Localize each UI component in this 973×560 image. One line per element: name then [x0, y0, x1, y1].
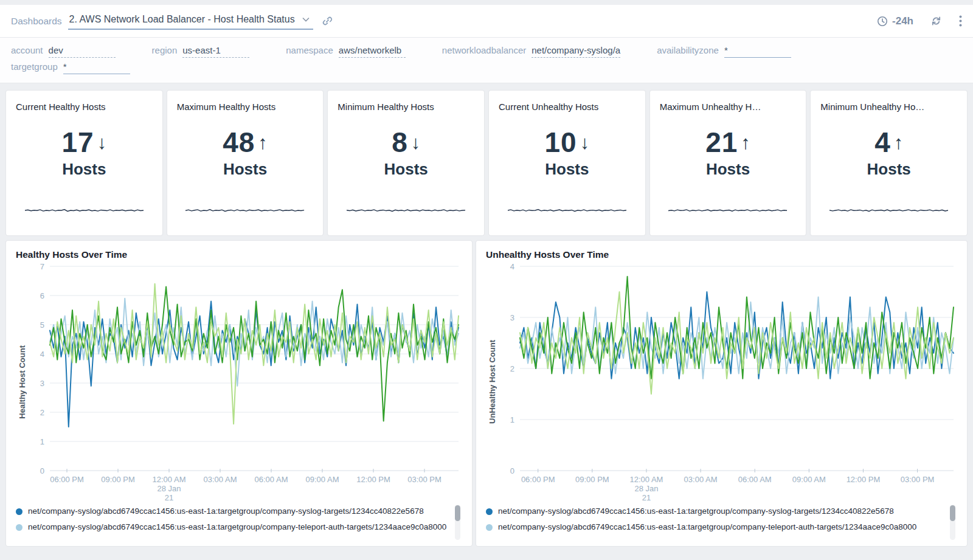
stat-maximum-healthy-hosts: Maximum Healthy Hosts 48↑ Hosts: [167, 91, 324, 235]
chart-legend: net/company-syslog/abcd6749ccac1456:us-e…: [486, 503, 958, 542]
svg-text:03:00 AM: 03:00 AM: [204, 475, 237, 484]
legend-item[interactable]: net/company-syslog/abcd6749ccac1456:us-e…: [486, 519, 945, 535]
stat-title: Minimum Healthy Hosts: [338, 102, 474, 112]
filter-account-value[interactable]: dev: [49, 45, 116, 58]
legend-dot: [16, 508, 23, 515]
svg-text:4: 4: [40, 350, 44, 359]
svg-text:21: 21: [165, 493, 173, 502]
stat-unit: Hosts: [6, 160, 162, 179]
legend-dot: [486, 524, 493, 531]
sparkline: [347, 206, 465, 215]
stat-maximum-unhealthy-hosts: Maximum Unhealthy H… 21↑ Hosts: [650, 91, 806, 235]
stat-value-block: 10↓ Hosts: [489, 126, 645, 179]
svg-text:0: 0: [40, 466, 44, 475]
topbar-actions: -24h: [877, 15, 962, 27]
kebab-menu-icon[interactable]: [959, 15, 962, 27]
filter-namespace-label: namespace: [286, 45, 333, 55]
svg-text:2: 2: [510, 364, 514, 373]
filter-targetgroup[interactable]: targetgroup *: [11, 61, 130, 74]
stat-current-unhealthy-hosts: Current Unhealthy Hosts 10↓ Hosts: [489, 91, 645, 235]
page-title: 2. AWS Network Load Balancer - Host Heal…: [69, 14, 295, 25]
filter-account[interactable]: account dev: [11, 45, 116, 58]
trend-down-icon: ↓: [580, 132, 590, 153]
dashboard-content: Current Healthy Hosts 17↓ Hosts Maximum …: [0, 83, 973, 546]
sparkline: [508, 206, 626, 215]
stat-value: 21: [705, 126, 738, 158]
panel-unhealthy-hosts-over-time: Unhealthy Hosts Over Time UnHealthy Host…: [476, 241, 967, 546]
share-link-icon[interactable]: [322, 15, 333, 27]
legend-label: net/company-syslog/abcd6749ccac1456:us-e…: [28, 519, 446, 535]
stat-value-block: 48↑ Hosts: [167, 126, 324, 179]
svg-text:03:00 PM: 03:00 PM: [901, 475, 935, 484]
legend-dot: [16, 524, 23, 531]
stat-unit: Hosts: [811, 160, 967, 179]
filter-namespace-value[interactable]: aws/networkelb: [339, 45, 406, 58]
legend-item[interactable]: net/company-syslog/abcd6749ccac1456:us-e…: [16, 519, 450, 535]
time-range-control[interactable]: -24h: [877, 15, 913, 27]
filter-region-value[interactable]: us-east-1: [182, 45, 249, 58]
chart-title: Healthy Hosts Over Time: [16, 249, 463, 260]
chevron-down-icon: [302, 17, 310, 22]
stat-title: Maximum Healthy Hosts: [177, 102, 314, 112]
filter-account-label: account: [11, 45, 43, 55]
legend-item[interactable]: net/company-syslog/abcd6749ccac1456:us-e…: [486, 503, 945, 519]
svg-text:28 Jan: 28 Jan: [634, 484, 658, 493]
line-chart-healthy[interactable]: 0123456706:00 PM09:00 PM12:00 AM28 Jan21…: [28, 261, 463, 502]
stat-current-healthy-hosts: Current Healthy Hosts 17↓ Hosts: [6, 91, 162, 235]
svg-text:06:00 PM: 06:00 PM: [521, 475, 555, 484]
chart-body: Healthy Host Count 0123456706:00 PM09:00…: [16, 261, 463, 502]
trend-up-icon: ↑: [741, 132, 750, 153]
panel-healthy-hosts-over-time: Healthy Hosts Over Time Healthy Host Cou…: [6, 241, 472, 546]
stat-value: 8: [392, 126, 408, 158]
filter-namespace[interactable]: namespace aws/networkelb: [286, 45, 406, 58]
svg-text:09:00 PM: 09:00 PM: [101, 475, 135, 484]
stat-value: 10: [545, 126, 577, 158]
svg-text:06:00 PM: 06:00 PM: [50, 475, 84, 484]
stat-title: Maximum Unhealthy H…: [660, 102, 797, 112]
y-axis-title: Healthy Host Count: [16, 261, 28, 502]
stat-minimum-healthy-hosts: Minimum Healthy Hosts 8↓ Hosts: [328, 91, 484, 235]
legend-item[interactable]: net/company-syslog/abcd6749ccac1456:us-e…: [16, 503, 450, 519]
trend-up-icon: ↑: [258, 132, 268, 153]
filter-networkloadbalancer[interactable]: networkloadbalancer net/company-syslog/a: [442, 45, 620, 58]
svg-text:5: 5: [40, 320, 44, 330]
filter-networkloadbalancer-label: networkloadbalancer: [442, 45, 526, 55]
filter-availabilityzone-value[interactable]: *: [724, 45, 791, 58]
filter-networkloadbalancer-value[interactable]: net/company-syslog/a: [532, 45, 620, 58]
filter-availabilityzone[interactable]: availabilityzone *: [657, 45, 791, 58]
legend-scrollbar-thumb[interactable]: [950, 505, 955, 521]
legend-scrollbar-thumb[interactable]: [455, 505, 460, 521]
breadcrumb[interactable]: Dashboards: [11, 16, 62, 27]
filter-region-label: region: [152, 45, 178, 55]
filter-targetgroup-label: targetgroup: [11, 61, 58, 72]
refresh-icon[interactable]: [930, 15, 942, 27]
svg-text:03:00 PM: 03:00 PM: [407, 475, 441, 484]
stat-title: Current Healthy Hosts: [16, 102, 153, 112]
trend-down-icon: ↓: [97, 132, 107, 153]
top-bar: Dashboards 2. AWS Network Load Balancer …: [0, 5, 973, 38]
chart-legend: net/company-syslog/abcd6749ccac1456:us-e…: [16, 503, 463, 542]
stat-value-block: 4↑ Hosts: [811, 126, 967, 179]
filter-region[interactable]: region us-east-1: [152, 45, 250, 58]
line-chart-unhealthy[interactable]: 0123406:00 PM09:00 PM12:00 AM28 Jan2103:…: [498, 261, 958, 502]
stat-unit: Hosts: [328, 160, 484, 179]
legend-scrollbar[interactable]: [950, 505, 955, 540]
legend-label: net/company-syslog/abcd6749ccac1456:us-e…: [498, 503, 894, 519]
svg-text:2: 2: [40, 408, 44, 417]
svg-text:12:00 AM: 12:00 AM: [629, 475, 663, 484]
filter-targetgroup-value[interactable]: *: [63, 61, 130, 74]
svg-text:0: 0: [510, 466, 514, 475]
stat-value-block: 8↓ Hosts: [328, 126, 484, 179]
legend-label: net/company-syslog/abcd6749ccac1456:us-e…: [28, 503, 424, 519]
legend-scrollbar[interactable]: [455, 505, 460, 540]
dashboard-title-dropdown[interactable]: 2. AWS Network Load Balancer - Host Heal…: [68, 12, 313, 30]
time-range-label: -24h: [892, 15, 913, 27]
stat-value: 17: [62, 126, 94, 158]
sparkline: [25, 206, 144, 215]
stat-unit: Hosts: [489, 160, 645, 179]
chart-panels-row: Healthy Hosts Over Time Healthy Host Cou…: [6, 241, 967, 546]
trend-down-icon: ↓: [411, 132, 421, 153]
svg-text:6: 6: [40, 291, 44, 300]
filter-row-1: account dev region us-east-1 namespace a…: [11, 45, 962, 58]
chart-title: Unhealthy Hosts Over Time: [486, 249, 958, 260]
